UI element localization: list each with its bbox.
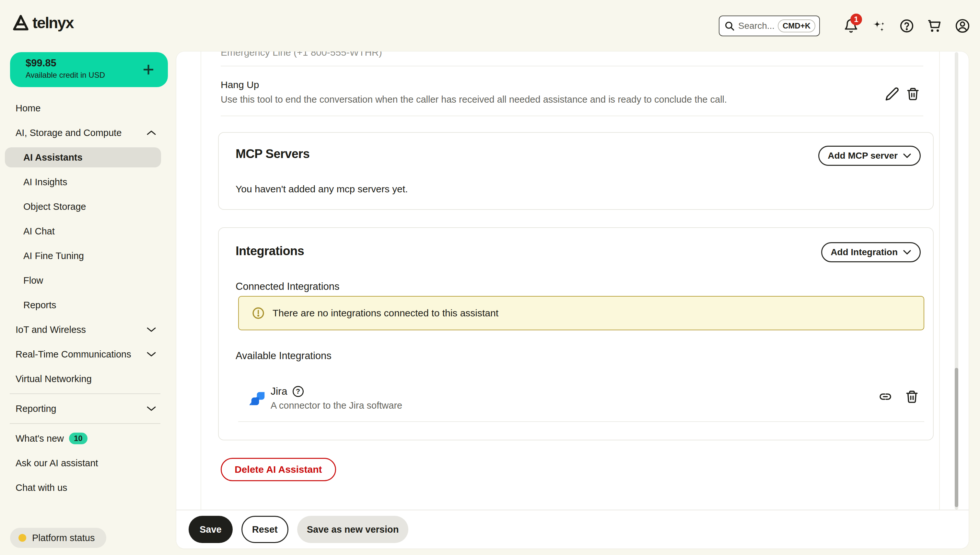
nav-label: Object Storage (23, 201, 86, 212)
sidebar-item-virtual-networking[interactable]: Virtual Networking (0, 367, 176, 391)
warning-text: There are no integrations connected to t… (272, 308, 499, 319)
row-divider (221, 66, 923, 66)
jira-logo-icon (249, 389, 267, 408)
help-icon (899, 18, 914, 33)
sparkles-icon (871, 18, 887, 34)
add-integration-button[interactable]: Add Integration (821, 242, 921, 262)
sidebar-item-whats-new[interactable]: What's new 10 (0, 426, 176, 451)
integrations-title: Integrations (236, 244, 304, 258)
delete-tool-button[interactable] (906, 87, 920, 101)
delete-ai-assistant-button[interactable]: Delete AI Assistant (221, 458, 336, 481)
sidebar-group-real-time-communications[interactable]: Real-Time Communications (0, 342, 176, 367)
tool-description: Use this tool to end the conversation wh… (221, 94, 727, 105)
trash-icon (906, 87, 920, 101)
tool-name: Hang Up (221, 79, 259, 90)
info-question-icon[interactable]: ? (293, 386, 304, 397)
inner-column-border-right (939, 51, 940, 510)
search-input[interactable] (738, 21, 774, 31)
link-icon (878, 390, 893, 404)
scrollbar-track[interactable] (955, 52, 958, 510)
sidebar-item-reports[interactable]: Reports (0, 293, 176, 317)
chevron-down-icon (903, 153, 911, 158)
no-integrations-warning: There are no integrations connected to t… (238, 296, 924, 330)
platform-status-pill[interactable]: Platform status (10, 528, 106, 548)
platform-status-label: Platform status (32, 533, 95, 543)
available-integrations-heading: Available Integrations (236, 350, 331, 362)
editor-action-bar: Save Reset Save as new version (176, 510, 969, 549)
chevron-down-icon (146, 406, 156, 412)
sidebar-group-reporting[interactable]: Reporting (0, 396, 176, 421)
nav-label: Reporting (16, 403, 56, 414)
ai-features-button[interactable] (871, 18, 887, 34)
cart-icon (927, 18, 942, 33)
credit-amount: $99.85 (26, 57, 156, 69)
add-credit-plus-icon[interactable] (141, 63, 156, 77)
sidebar-item-flow[interactable]: Flow (0, 268, 176, 293)
nav-label: Virtual Networking (16, 374, 92, 384)
nav-label: AI Insights (23, 177, 67, 188)
sidebar-item-ask-ai-assistant[interactable]: Ask our AI assistant (0, 451, 176, 475)
chevron-down-icon (146, 327, 156, 332)
assistant-editor-panel: Emergency Line (+1 800-555-WTHR) Hang Up… (176, 51, 969, 549)
avatar-icon (955, 18, 970, 34)
nav-label: IoT and Wireless (16, 324, 86, 335)
sidebar-group-iot-wireless[interactable]: IoT and Wireless (0, 317, 176, 342)
notifications-button[interactable]: 1 (843, 18, 859, 34)
clipped-tool-name: Emergency Line (+1 800-555-WTHR) (221, 51, 382, 58)
search-box[interactable]: CMD+K (719, 16, 820, 36)
save-as-new-version-button[interactable]: Save as new version (297, 516, 409, 543)
sidebar-item-chat-with-us[interactable]: Chat with us (0, 475, 176, 500)
inner-column-border-left (201, 51, 201, 510)
sidebar-item-ai-assistants[interactable]: AI Assistants (5, 148, 161, 167)
scrollbar-thumb[interactable] (955, 368, 958, 507)
integration-row-jira: Jira ? A connector to the Jira software (236, 385, 916, 422)
cart-button[interactable] (926, 18, 943, 34)
sidebar: $99.85 Available credit in USD Home AI, … (0, 0, 176, 555)
nav-label: Chat with us (16, 483, 68, 493)
delete-integration-button[interactable] (904, 389, 919, 404)
available-credit-card[interactable]: $99.85 Available credit in USD (10, 52, 168, 87)
reset-button[interactable]: Reset (241, 516, 288, 543)
connect-integration-button[interactable] (878, 389, 893, 404)
nav-label: Home (16, 103, 40, 114)
topbar-actions: CMD+K 1 (719, 0, 971, 52)
edit-tool-button[interactable] (885, 87, 900, 101)
sidebar-group-ai-storage-compute[interactable]: AI, Storage and Compute (0, 120, 176, 145)
integrations-card: Integrations Add Integration Connected I… (218, 227, 934, 440)
account-button[interactable] (954, 18, 971, 34)
nav-label: AI Chat (23, 226, 55, 237)
nav-label: Ask our AI assistant (16, 458, 98, 468)
mcp-servers-title: MCP Servers (236, 147, 309, 161)
integration-row-divider (238, 421, 924, 422)
nav-label: Reports (23, 300, 56, 311)
sidebar-item-ai-chat[interactable]: AI Chat (0, 219, 176, 244)
add-integration-label: Add Integration (830, 247, 898, 257)
sidebar-divider (0, 391, 176, 396)
sidebar-item-object-storage[interactable]: Object Storage (0, 194, 176, 219)
row-divider (221, 115, 923, 116)
add-mcp-server-button[interactable]: Add MCP server (818, 146, 921, 166)
status-dot-icon (18, 534, 26, 542)
nav-label: AI Fine Tuning (23, 250, 84, 261)
mcp-servers-card: MCP Servers Add MCP server You haven't a… (218, 132, 934, 210)
add-mcp-server-label: Add MCP server (828, 151, 898, 161)
sidebar-item-home[interactable]: Home (0, 96, 176, 120)
search-icon (724, 21, 735, 31)
chevron-down-icon (146, 351, 156, 357)
credit-label: Available credit in USD (26, 71, 156, 80)
nav-label: Flow (23, 275, 43, 286)
chevron-down-icon (903, 250, 911, 255)
sidebar-item-ai-insights[interactable]: AI Insights (0, 170, 176, 194)
nav-label: AI Assistants (23, 152, 83, 163)
sidebar-item-ai-fine-tuning[interactable]: AI Fine Tuning (0, 244, 176, 268)
integration-description: A connector to the Jira software (270, 400, 402, 411)
warning-icon (252, 306, 265, 319)
sidebar-nav: Home AI, Storage and Compute AI Assistan… (0, 96, 176, 500)
save-button[interactable]: Save (188, 516, 233, 543)
chevron-up-icon (146, 130, 156, 136)
whats-new-badge: 10 (69, 433, 87, 444)
pencil-icon (885, 87, 899, 101)
mcp-empty-message: You haven't added any mcp servers yet. (236, 184, 408, 195)
help-button[interactable] (898, 18, 915, 34)
search-shortcut-badge: CMD+K (778, 19, 815, 32)
